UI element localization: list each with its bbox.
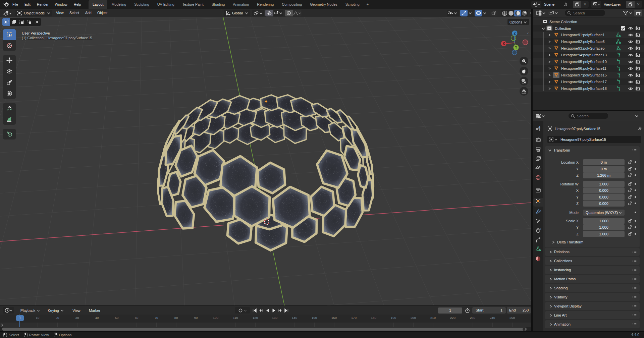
svg-text:Z: Z (514, 32, 516, 35)
svg-text:Y: Y (515, 46, 517, 49)
svg-text:X: X (502, 42, 505, 46)
